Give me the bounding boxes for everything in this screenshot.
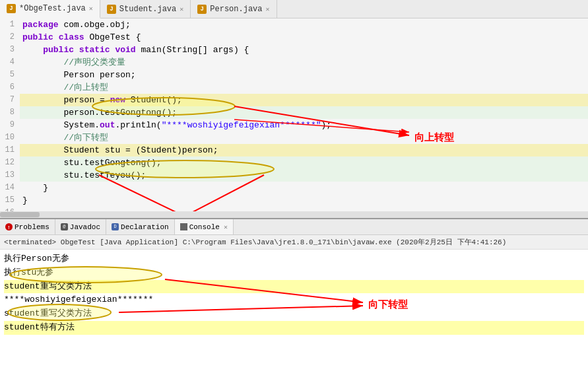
declaration-icon: D (112, 223, 119, 230)
line-content-14: } (20, 182, 588, 194)
tab-close-person[interactable]: ✕ (266, 5, 270, 13)
tab-label-console: Console (189, 223, 220, 231)
java-file-icon: J (7, 4, 16, 13)
table-row: 5 Person person; (0, 69, 588, 81)
list-item: 执行Person无参 (4, 252, 584, 266)
line-number-12: 12 (0, 157, 20, 169)
tab-label-problems: Problems (15, 223, 49, 231)
code-area[interactable]: 1 package com.obge.obj; 2 public class O… (0, 18, 588, 211)
scrollbar-thumb[interactable] (0, 212, 40, 217)
tab-person[interactable]: J Person.java ✕ (191, 0, 277, 18)
table-row: 14 } (0, 182, 588, 194)
line-number-5: 5 (0, 69, 20, 81)
line-number-16: 16 (0, 207, 20, 211)
table-row: 8 person.testGongtong(); (0, 106, 588, 119)
tab-label-declaration: Declaration (121, 223, 169, 231)
list-item: student特有方法 (4, 321, 584, 335)
console-icon (180, 223, 187, 230)
java-file-icon-3: J (197, 5, 207, 14)
line-number-14: 14 (0, 182, 20, 194)
table-row: 3 public static void main(String[] args)… (0, 44, 588, 56)
line-number-6: 6 (0, 81, 20, 94)
line-number-1: 1 (0, 18, 20, 31)
tab-label-javadoc: Javadoc (70, 223, 100, 231)
line-content-1: package com.obge.obj; (20, 18, 588, 31)
table-row: 1 package com.obge.obj; (0, 18, 588, 31)
table-row: 2 public class ObgeTest { (0, 31, 588, 44)
java-file-icon-2: J (107, 5, 116, 14)
list-item: ****woshiyigefeigexian******* (4, 293, 584, 307)
line-content-16 (20, 207, 588, 211)
line-content-6: //向上转型 (20, 81, 588, 94)
table-row: 7 person = new Student(); (0, 94, 588, 106)
line-content-10: //向下转型 (20, 131, 588, 144)
table-row: 12 stu.testGongtong(); (0, 157, 588, 169)
table-row: 9 System.out.println("****woshiyigefeige… (0, 119, 588, 131)
line-content-9: System.out.println("****woshiyigefeigexi… (20, 119, 588, 131)
line-content-4: //声明父类变量 (20, 56, 588, 69)
line-content-2: public class ObgeTest { (20, 31, 588, 44)
console-header-text: <terminated> ObgeTest [Java Application]… (4, 238, 506, 246)
tab-label-obgetest: *ObgeTest.java (19, 4, 86, 13)
line-content-5: Person person; (20, 69, 588, 81)
table-row: 4 //声明父类变量 (0, 56, 588, 69)
tab-declaration[interactable]: D Declaration (106, 219, 175, 234)
line-content-11: Student stu = (Student)person; (20, 144, 588, 157)
tab-javadoc[interactable]: @ Javadoc (55, 219, 106, 234)
horizontal-scrollbar[interactable] (0, 211, 588, 218)
console-header: <terminated> ObgeTest [Java Application]… (0, 235, 588, 250)
bottom-panel: Problems @ Javadoc D Declaration Console… (0, 218, 588, 385)
line-number-13: 13 (0, 169, 20, 182)
tab-problems[interactable]: Problems (0, 219, 55, 234)
line-number-9: 9 (0, 119, 20, 131)
line-number-2: 2 (0, 31, 20, 44)
line-content-12: stu.testGongtong(); (20, 157, 588, 169)
console-output: 执行Person无参 执行stu无参 student重写父类方法 ****wos… (0, 250, 588, 385)
table-row: 13 stu.testTeyou(); (0, 169, 588, 182)
line-content-7: person = new Student(); (20, 94, 588, 106)
table-row: 11 Student stu = (Student)person; (0, 144, 588, 157)
tab-label-person: Person.java (210, 5, 262, 14)
table-row: 15 } (0, 194, 588, 207)
line-content-3: public static void main(String[] args) { (20, 44, 588, 56)
line-number-15: 15 (0, 194, 20, 207)
problems-icon (5, 223, 13, 230)
tab-close-console[interactable]: ✕ (224, 223, 228, 231)
tab-console[interactable]: Console ✕ (175, 219, 234, 234)
editor-wrapper: J *ObgeTest.java ✕ J Student.java ✕ J Pe… (0, 0, 588, 211)
table-row: 6 //向上转型 (0, 81, 588, 94)
list-item: 执行stu无参 (4, 266, 584, 280)
tab-close-obgetest[interactable]: ✕ (89, 5, 93, 13)
tab-bar: J *ObgeTest.java ✕ J Student.java ✕ J Pe… (0, 0, 588, 18)
line-number-3: 3 (0, 44, 20, 56)
list-item: student重写父类方法 (4, 280, 584, 294)
line-number-8: 8 (0, 106, 20, 119)
tab-obgetest[interactable]: J *ObgeTest.java ✕ (0, 0, 100, 18)
tab-student[interactable]: J Student.java ✕ (100, 0, 191, 18)
line-number-4: 4 (0, 56, 20, 69)
line-content-15: } (20, 194, 588, 207)
line-number-7: 7 (0, 94, 20, 106)
line-content-8: person.testGongtong(); (20, 106, 588, 119)
table-row: 10 //向下转型 (0, 131, 588, 144)
line-content-13: stu.testTeyou(); (20, 169, 588, 182)
code-lines: 1 package com.obge.obj; 2 public class O… (0, 18, 588, 211)
table-row: 16 (0, 207, 588, 211)
tab-label-student: Student.java (119, 5, 176, 14)
line-number-11: 11 (0, 144, 20, 157)
tab-close-student[interactable]: ✕ (180, 5, 183, 13)
list-item: student重写父类方法 (4, 307, 584, 321)
bottom-tab-bar: Problems @ Javadoc D Declaration Console… (0, 219, 588, 235)
javadoc-icon: @ (61, 223, 68, 230)
line-number-10: 10 (0, 131, 20, 144)
